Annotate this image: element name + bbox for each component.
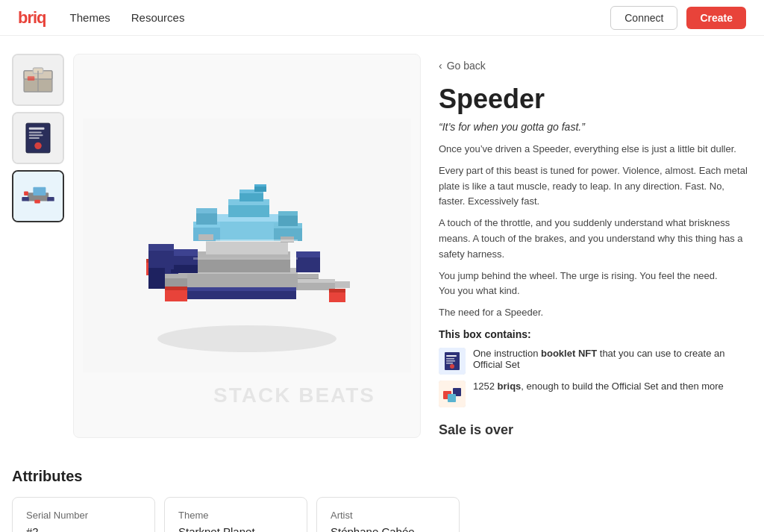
svg-rect-84 <box>448 394 456 402</box>
svg-rect-72 <box>216 240 298 242</box>
attr-label-0: Serial Number <box>26 510 141 521</box>
svg-point-80 <box>450 364 454 369</box>
svg-rect-19 <box>24 191 28 195</box>
nav-resources[interactable]: Resources <box>131 11 185 24</box>
attr-value-1: Starknet Planet <box>178 525 293 532</box>
svg-rect-5 <box>28 76 34 81</box>
svg-rect-67 <box>148 268 165 289</box>
header: briq Themes Resources Connect Create <box>0 0 764 36</box>
nav-themes[interactable]: Themes <box>70 11 110 24</box>
desc-p2: Every part of this beast is tuned for po… <box>439 163 752 210</box>
product-left: STACK BEATS <box>12 54 421 438</box>
svg-rect-55 <box>278 211 298 216</box>
svg-rect-17 <box>47 197 54 201</box>
header-left: briq Themes Resources <box>18 8 184 28</box>
create-button[interactable]: Create <box>686 7 746 29</box>
attr-card-1: Theme Starknet Planet <box>164 497 307 532</box>
svg-rect-18 <box>34 200 40 204</box>
briqs-icon <box>439 381 466 407</box>
logo[interactable]: briq <box>18 8 46 28</box>
attr-label-1: Theme <box>178 510 293 521</box>
attr-label-2: Artist <box>331 510 445 521</box>
connect-button[interactable]: Connect <box>610 6 677 30</box>
attr-value-2: Stéphane Cabée <box>331 525 445 532</box>
svg-rect-51 <box>196 208 217 213</box>
main-nav: Themes Resources <box>70 11 185 24</box>
desc-p1: Once you’ve driven a Speeder, everything… <box>439 142 752 157</box>
chevron-left-icon: ‹ <box>439 60 442 72</box>
desc-p4: You jump behind the wheel. The urge is r… <box>439 269 752 300</box>
svg-rect-57 <box>171 249 198 256</box>
svg-rect-35 <box>335 281 350 288</box>
logo-text: briq <box>18 8 46 28</box>
svg-rect-34 <box>298 279 335 283</box>
box-item-1-text: One instruction booklet NFT that you can… <box>473 348 752 370</box>
svg-rect-9 <box>29 132 42 134</box>
svg-rect-62 <box>148 244 174 251</box>
svg-rect-16 <box>22 197 28 201</box>
svg-rect-58 <box>171 265 198 273</box>
thumbnail-2[interactable] <box>12 112 64 164</box>
main-image-container: STACK BEATS <box>73 54 421 438</box>
box-item-2-text: 1252 briqs, enough to build the Official… <box>473 381 724 392</box>
svg-rect-70 <box>198 234 213 240</box>
header-right: Connect Create <box>610 6 746 30</box>
svg-rect-11 <box>29 137 40 139</box>
attr-card-0: Serial Number #2 <box>12 497 155 532</box>
svg-rect-73 <box>193 257 298 260</box>
product-title: Speeder <box>439 84 752 115</box>
sale-status: Sale is over <box>439 422 752 438</box>
svg-rect-60 <box>296 251 320 257</box>
svg-rect-32 <box>298 274 319 278</box>
desc-p5: The need for a Speeder. <box>439 305 752 321</box>
speeder-main-image <box>83 119 411 372</box>
box-contains-title: This box contains: <box>439 328 752 340</box>
attributes-title: Attributes <box>12 468 752 485</box>
svg-rect-10 <box>29 134 43 136</box>
svg-rect-66 <box>165 287 187 290</box>
thumbnail-3[interactable] <box>12 170 64 222</box>
booklet-icon <box>439 348 466 375</box>
svg-point-12 <box>34 143 41 149</box>
attributes-grid: Serial Number #2 Theme Starknet Planet A… <box>12 497 460 532</box>
box-item-1: One instruction booklet NFT that you can… <box>439 348 752 375</box>
svg-rect-30 <box>165 274 187 278</box>
product-description: Once you’ve driven a Speeder, everything… <box>439 142 752 321</box>
svg-rect-64 <box>186 287 296 291</box>
svg-rect-15 <box>33 187 46 195</box>
product-section: STACK BEATS ‹ Go back Speeder “It’s for … <box>12 54 752 438</box>
attr-card-2: Artist Stéphane Cabée <box>316 497 460 532</box>
box-item-2: 1252 briqs, enough to build the Official… <box>439 381 752 407</box>
thumbnail-1[interactable] <box>12 54 64 106</box>
thumbnails <box>12 54 64 438</box>
main-container: STACK BEATS ‹ Go back Speeder “It’s for … <box>0 36 764 532</box>
svg-rect-76 <box>446 355 457 357</box>
attributes-section: Attributes Serial Number #2 Theme Starkn… <box>12 468 752 532</box>
watermark: STACK BEATS <box>213 384 375 407</box>
go-back-label: Go back <box>447 60 486 72</box>
desc-p3: A touch of the throttle, and you suddenl… <box>439 216 752 262</box>
svg-rect-8 <box>29 128 45 130</box>
svg-rect-69 <box>254 184 266 187</box>
product-right: ‹ Go back Speeder “It’s for when you got… <box>439 54 752 438</box>
attr-value-0: #2 <box>26 525 141 532</box>
svg-rect-37 <box>329 289 345 292</box>
go-back-link[interactable]: ‹ Go back <box>439 60 752 72</box>
svg-rect-77 <box>446 358 454 360</box>
svg-point-21 <box>157 325 336 352</box>
svg-rect-78 <box>446 360 455 362</box>
product-tagline: “It’s for when you gotta go fast.” <box>439 121 752 133</box>
svg-rect-79 <box>446 363 453 364</box>
